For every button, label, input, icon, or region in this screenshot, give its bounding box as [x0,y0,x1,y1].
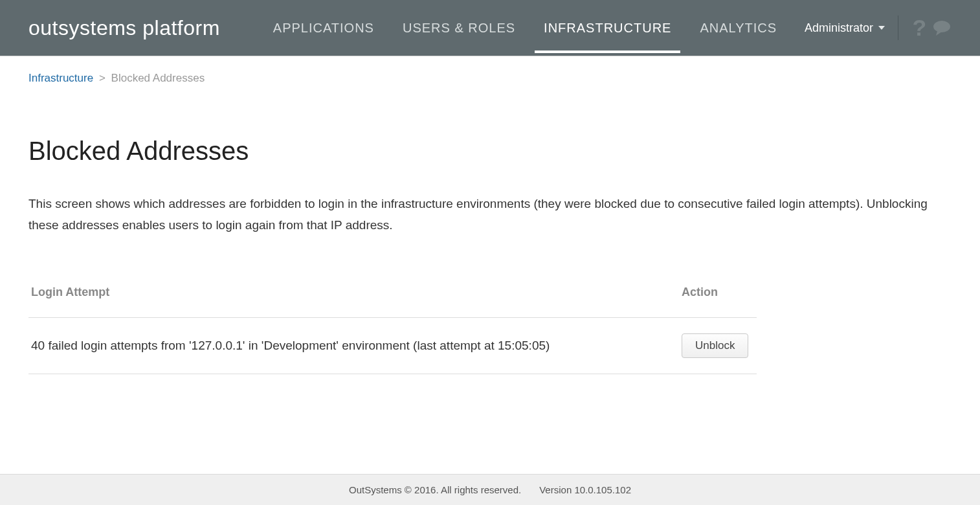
page-description: This screen shows which addresses are fo… [28,193,948,236]
help-icon[interactable]: ? [911,18,926,38]
login-attempt-cell: 40 failed login attempts from '127.0.0.1… [28,317,679,374]
breadcrumb-separator: > [99,72,106,84]
table-row: 40 failed login attempts from '127.0.0.1… [28,317,757,374]
column-header-action: Action [679,278,757,318]
svg-point-1 [933,21,950,32]
breadcrumb: Infrastructure > Blocked Addresses [28,72,952,85]
user-menu[interactable]: Administrator [805,21,885,35]
nav-analytics[interactable]: ANALYTICS [685,0,791,56]
unblock-button[interactable]: Unblock [682,333,748,358]
svg-text:?: ? [912,18,926,38]
action-cell: Unblock [679,317,757,374]
main-nav: APPLICATIONS USERS & ROLES INFRASTRUCTUR… [259,0,791,56]
top-navigation-bar: outsystems platform APPLICATIONS USERS &… [0,0,980,56]
chevron-down-icon [878,26,885,30]
nav-infrastructure[interactable]: INFRASTRUCTURE [529,0,685,56]
breadcrumb-parent-link[interactable]: Infrastructure [28,72,93,84]
column-header-login-attempt: Login Attempt [28,278,679,318]
nav-users-roles[interactable]: USERS & ROLES [388,0,529,56]
brand-logo: outsystems platform [28,16,220,40]
page-title: Blocked Addresses [28,137,952,166]
feedback-icon[interactable] [932,19,952,36]
blocked-addresses-table: Login Attempt Action 40 failed login att… [28,278,757,374]
topbar-right: Administrator ? [805,16,952,40]
user-name: Administrator [805,21,873,35]
divider [898,16,898,40]
breadcrumb-current: Blocked Addresses [111,72,205,84]
nav-applications[interactable]: APPLICATIONS [259,0,388,56]
page-content: Infrastructure > Blocked Addresses Block… [0,56,980,413]
